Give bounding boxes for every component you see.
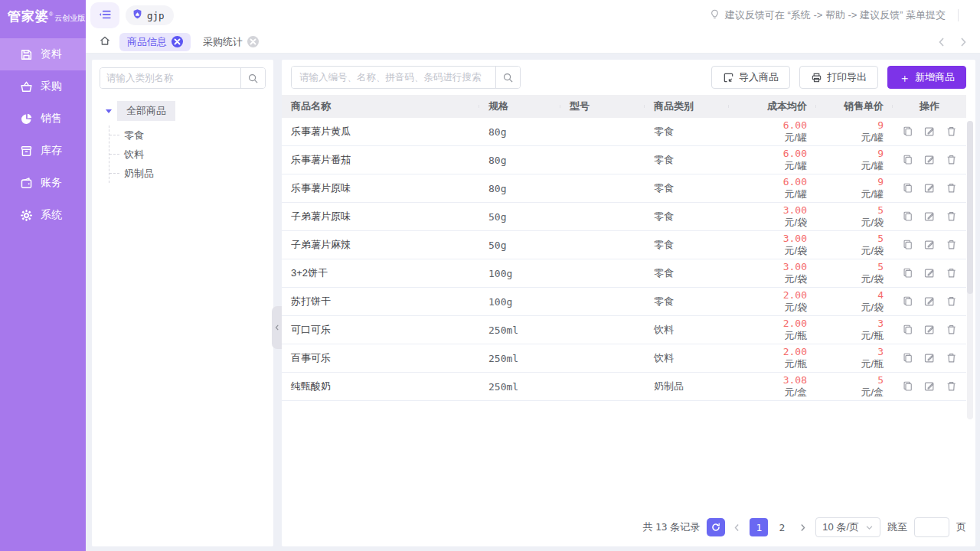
collapse-menu-button[interactable] xyxy=(90,2,119,28)
scrollbar-thumb[interactable] xyxy=(967,121,973,294)
cell-cost: 6.00元/罐 xyxy=(729,119,816,145)
copy-icon[interactable] xyxy=(902,380,913,393)
table-body: 乐事薯片黄瓜80g零食6.00元/罐9元/罐乐事薯片番茄80g零食6.00元/罐… xyxy=(282,118,975,401)
edit-icon[interactable] xyxy=(923,182,935,194)
table-row[interactable]: 纯甄酸奶250ml奶制品3.08元/盒5元/盒 xyxy=(282,373,966,401)
copy-icon[interactable] xyxy=(902,352,913,364)
table-row[interactable]: 苏打饼干100g零食2.00元/袋4元/袋 xyxy=(282,288,966,316)
page-size-select[interactable]: 10 条/页 xyxy=(815,517,880,537)
tab-bar: 商品信息采购统计 xyxy=(86,31,980,54)
vertical-scrollbar[interactable] xyxy=(967,121,973,419)
col-header-price: 销售单价 xyxy=(816,99,893,113)
table-row[interactable]: 3+2饼干100g零食3.00元/袋5元/袋 xyxy=(282,259,966,288)
col-header-ops: 操作 xyxy=(893,99,966,113)
delete-icon[interactable] xyxy=(946,380,957,393)
jump-label: 跳至 xyxy=(887,520,907,534)
next-page-icon[interactable] xyxy=(798,522,808,533)
copy-icon[interactable] xyxy=(902,182,913,194)
table-row[interactable]: 可口可乐250ml饮料2.00元/瓶3元/瓶 xyxy=(282,316,966,344)
content-area: 全部商品 零食饮料奶制品 xyxy=(86,54,980,551)
cell-category: 零食 xyxy=(645,295,729,308)
sidebar-item-system[interactable]: 系统 xyxy=(0,199,86,231)
prev-page-icon[interactable] xyxy=(732,522,743,533)
category-search-input[interactable] xyxy=(100,68,240,88)
delete-icon[interactable] xyxy=(946,126,957,138)
cell-name: 百事可乐 xyxy=(282,351,479,365)
copy-icon[interactable] xyxy=(902,295,913,308)
tree-node-child[interactable]: 饮料 xyxy=(109,145,266,164)
delete-icon[interactable] xyxy=(946,210,957,223)
delete-icon[interactable] xyxy=(946,182,957,194)
copy-icon[interactable] xyxy=(902,267,913,279)
copy-icon[interactable] xyxy=(902,239,913,251)
tree-node-child[interactable]: 零食 xyxy=(109,126,266,145)
cell-price: 9元/罐 xyxy=(816,119,893,145)
copy-icon[interactable] xyxy=(902,126,913,138)
cell-spec: 100g xyxy=(479,268,560,279)
import-products-button[interactable]: 导入商品 xyxy=(711,66,790,89)
category-search-button[interactable] xyxy=(240,68,265,88)
tree-node-all-products[interactable]: 全部商品 xyxy=(100,101,266,121)
edit-icon[interactable] xyxy=(923,210,935,223)
edit-icon[interactable] xyxy=(923,154,935,166)
table-row[interactable]: 乐事薯片原味80g零食6.00元/罐9元/罐 xyxy=(282,174,966,203)
home-button[interactable] xyxy=(96,34,113,51)
sidebar-item-finance[interactable]: 账务 xyxy=(0,167,86,199)
edit-icon[interactable] xyxy=(923,380,935,393)
copy-icon[interactable] xyxy=(902,210,913,223)
company-badge[interactable]: gjp xyxy=(126,5,174,25)
delete-icon[interactable] xyxy=(946,324,957,336)
edit-icon[interactable] xyxy=(923,126,935,138)
cell-price: 5元/袋 xyxy=(816,204,893,230)
caret-down-icon[interactable] xyxy=(106,109,112,113)
col-header-category: 商品类别 xyxy=(645,99,729,113)
collapse-tree-handle[interactable] xyxy=(272,306,282,349)
table-row[interactable]: 百事可乐250ml饮料2.00元/瓶3元/瓶 xyxy=(282,344,966,373)
scroll-tabs-right-icon[interactable] xyxy=(957,36,969,48)
table-row[interactable]: 乐事薯片番茄80g零食6.00元/罐9元/罐 xyxy=(282,146,966,174)
floppy-icon xyxy=(20,48,33,61)
copy-icon[interactable] xyxy=(902,154,913,166)
edit-icon[interactable] xyxy=(923,239,935,251)
sidebar-item-label: 资料 xyxy=(41,47,62,61)
edit-icon[interactable] xyxy=(923,267,935,279)
table-row[interactable]: 乐事薯片黄瓜80g零食6.00元/罐9元/罐 xyxy=(282,118,966,146)
close-icon[interactable] xyxy=(172,36,183,47)
delete-icon[interactable] xyxy=(946,352,957,364)
delete-icon[interactable] xyxy=(946,239,957,251)
product-table-panel: 导入商品 打印导出 ＋ 新增商品 商品名称 规格 型号 商品类别 xyxy=(282,60,975,546)
close-icon[interactable] xyxy=(247,36,259,47)
add-product-button[interactable]: ＋ 新增商品 xyxy=(887,66,966,89)
page-number-1[interactable]: 1 xyxy=(750,518,768,536)
sidebar-item-data[interactable]: 资料 xyxy=(0,38,86,70)
scroll-tabs-left-icon[interactable] xyxy=(936,36,948,48)
delete-icon[interactable] xyxy=(946,154,957,166)
sidebar-item-label: 采购 xyxy=(41,80,62,93)
cell-category: 奶制品 xyxy=(645,380,729,393)
product-search-button[interactable] xyxy=(495,67,520,88)
product-search xyxy=(291,66,521,89)
sidebar-item-purchase[interactable]: 采购 xyxy=(0,70,86,103)
tree-child-label: 饮料 xyxy=(124,148,144,161)
table-row[interactable]: 子弟薯片麻辣50g零食3.00元/袋5元/袋 xyxy=(282,231,966,259)
print-export-button[interactable]: 打印导出 xyxy=(799,66,878,89)
edit-icon[interactable] xyxy=(923,352,935,364)
tree-node-child[interactable]: 奶制品 xyxy=(109,164,266,183)
edit-icon[interactable] xyxy=(923,295,935,308)
delete-icon[interactable] xyxy=(946,267,957,279)
sidebar-item-inventory[interactable]: 库存 xyxy=(0,135,86,167)
jump-page-input[interactable] xyxy=(914,517,949,537)
tabs-container: 商品信息采购统计 xyxy=(119,33,271,51)
sidebar-item-sales[interactable]: 销售 xyxy=(0,103,86,135)
copy-icon[interactable] xyxy=(902,324,913,336)
delete-icon[interactable] xyxy=(946,295,957,308)
table-row[interactable]: 子弟薯片原味50g零食3.00元/袋5元/袋 xyxy=(282,203,966,231)
tab-2[interactable]: 采购统计 xyxy=(195,33,266,51)
cell-price: 4元/袋 xyxy=(816,289,893,315)
feedback-tip: 建议反馈可在 “系统 -> 帮助 -> 建议反馈” 菜单提交 xyxy=(709,8,946,22)
edit-icon[interactable] xyxy=(923,324,935,336)
refresh-button[interactable] xyxy=(707,518,725,536)
page-number-2[interactable]: 2 xyxy=(773,518,791,536)
tab-1[interactable]: 商品信息 xyxy=(119,33,191,51)
product-search-input[interactable] xyxy=(292,67,495,88)
